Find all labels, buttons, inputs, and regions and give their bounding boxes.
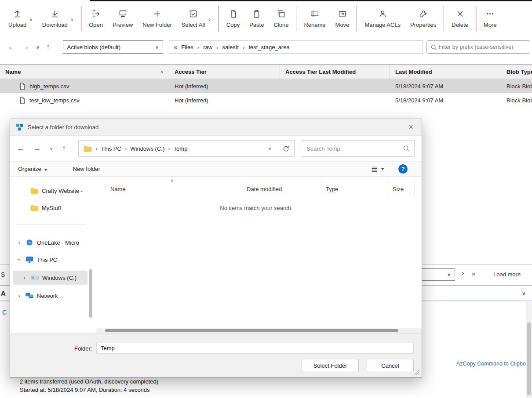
person-icon [378,9,387,18]
move-icon [338,9,347,18]
folder-name-input[interactable] [96,343,414,354]
column-header-access-tier[interactable]: Access Tier [169,65,280,79]
open-button[interactable]: Open [84,9,108,28]
forward-icon[interactable]: → [22,43,29,51]
tree-item-this-pc[interactable]: › This PC [10,253,93,266]
chevron-down-icon[interactable]: ∨ [268,146,271,151]
copy-button[interactable]: Copy [222,9,244,28]
chevron-right-icon[interactable]: › [22,274,27,281]
view-mode-button[interactable] [371,165,384,173]
table-row[interactable]: high_temps.csv Hot (inferred) 5/18/2024 … [0,79,532,93]
breadcrumb-collapse-icon[interactable]: « [174,43,178,51]
tree-separator [17,224,86,225]
chevron-down-icon[interactable]: ∨ [208,18,211,22]
back-icon[interactable]: ← [8,43,15,51]
chevron-down-icon [381,168,384,170]
column-header-label: Type [326,186,338,192]
sidebar-scrollbar-thumb[interactable] [89,269,92,318]
cancel-button[interactable]: Cancel [367,359,414,372]
properties-button[interactable]: Properties [405,9,441,28]
hscrollbar-thumb[interactable] [105,329,398,332]
breadcrumb-files[interactable]: Files [181,44,193,51]
tree-item-mystuff[interactable]: MyStuff [10,202,93,214]
tree-item-windows-c[interactable]: › Windows (C:) [13,271,87,285]
column-header-type[interactable]: Type [321,182,387,195]
chevron-down-icon[interactable]: ∨ [29,18,33,22]
dialog-search-input[interactable] [301,141,414,156]
folder-tree: Crafty Website - MyStuff › OneLake - Mic… [10,177,93,328]
upload-button[interactable]: Upload ∨ [4,9,37,28]
help-icon[interactable]: ? [398,164,408,174]
address-bar[interactable]: › This PC › Windows (C:) › Temp ∨ [78,140,295,157]
clone-button[interactable]: Clone [269,9,293,28]
column-header-name[interactable]: Name ∧ [0,65,169,79]
more-button[interactable]: More [479,9,502,28]
column-header-size[interactable]: Size [387,182,415,195]
history-chevron-icon[interactable]: ∨ [36,44,40,50]
resize-grip[interactable] [414,370,419,375]
tree-item-network[interactable]: › Network [10,289,93,302]
move-button[interactable]: Move [331,9,354,28]
blob-last-modified: 5/18/2024 9:07 AM [390,83,501,90]
blob-access-tier: Hot (inferred) [169,97,280,104]
dialog-new-folder-button[interactable]: New folder [73,166,100,172]
address-crumb-temp[interactable]: Temp [174,145,188,152]
properties-label: Properties [410,22,436,28]
column-header-access-tier-last-modified[interactable]: Access Tier Last Modified [280,65,390,79]
chevron-down-icon[interactable]: ∨ [521,290,526,297]
folder-icon [30,187,38,194]
toolbar-separator [444,6,444,31]
toolbar-separator [357,6,357,31]
breadcrumb-raw[interactable]: raw [203,44,212,51]
blob-access-tier: Hot (inferred) [169,83,280,90]
tree-item-onelake[interactable]: › OneLake - Micro [10,236,93,249]
chevron-down-icon[interactable]: ∨ [71,18,74,22]
preview-button[interactable]: Preview [108,9,138,28]
blob-state-dropdown[interactable]: Active blobs (default) ∨ [63,40,163,54]
column-header-blob-type[interactable]: Blob Type [501,65,532,79]
address-crumb-this-pc[interactable]: This PC [101,145,121,152]
tree-item-label: This PC [37,257,57,263]
breadcrumb-salesit[interactable]: salesIt [222,44,239,51]
select-folder-button[interactable]: Select Folder [302,359,359,372]
last-page-icon[interactable]: » [472,270,475,277]
folder-icon [84,145,92,152]
manage-acls-button[interactable]: Manage ACLs [360,9,405,28]
page-scrollbar[interactable] [526,302,532,398]
download-button[interactable]: Download ∨ [37,9,78,28]
organize-button[interactable]: Organize [18,166,47,172]
ellipsis-icon [485,9,495,18]
tree-item-label: Windows (C:) [42,275,77,281]
paste-button[interactable]: Paste [244,9,269,28]
chevron-right-icon[interactable]: › [16,239,22,246]
hscrollbar-track[interactable] [96,328,422,333]
table-row[interactable]: test_low_temps.csv Hot (inferred) 5/18/2… [0,93,532,107]
up-icon[interactable]: ↑ [46,43,50,51]
load-more-button[interactable]: Load more [493,271,521,278]
select-all-button[interactable]: Select All ∨ [177,9,216,28]
column-header-last-modified[interactable]: Last Modified [390,65,501,79]
azcopy-command-link[interactable]: AzCopy Command to Clipboard [456,361,532,367]
refresh-icon[interactable] [275,145,289,152]
close-icon[interactable]: × [406,123,416,132]
new-folder-button[interactable]: New Folder [138,9,176,28]
chevron-expanded-icon[interactable]: › [16,257,23,263]
clear-link-fragment[interactable]: C [2,309,7,316]
page-scrollbar-thumb[interactable] [527,322,531,395]
next-page-icon[interactable]: › [462,269,464,277]
address-crumb-windows-c[interactable]: Windows (C:) [130,145,164,152]
dialog-title-bar[interactable]: Select a folder for download × [10,119,422,136]
filter-input[interactable] [439,41,528,53]
column-header-label: Name [110,186,126,192]
rename-button[interactable]: Rename [299,9,330,28]
breadcrumb-test-stage-area[interactable]: test_stage_area [248,44,289,51]
column-header-name[interactable]: Name [93,182,242,195]
tree-item-crafty-website[interactable]: Crafty Website - [10,185,93,197]
forward-icon[interactable]: → [33,145,40,152]
back-icon[interactable]: ← [17,145,24,152]
column-header-date-modified[interactable]: Date modified [242,182,321,195]
up-icon[interactable]: ↑ [62,145,66,152]
history-chevron-icon[interactable]: ∨ [50,146,53,151]
chevron-right-icon[interactable]: › [16,292,22,299]
delete-button[interactable]: Delete [447,9,473,28]
